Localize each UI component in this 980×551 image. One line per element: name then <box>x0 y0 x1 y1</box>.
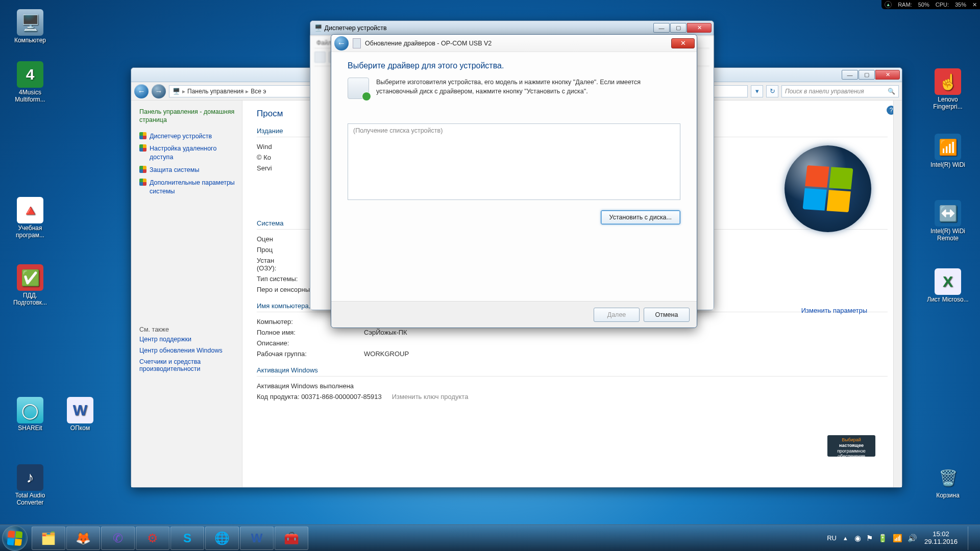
maximize-button[interactable]: ▢ <box>859 70 875 80</box>
desktop-icon-computer[interactable]: 🖥️ Компьютер <box>7 9 53 44</box>
tray-battery-icon[interactable]: 🔋 <box>878 534 888 543</box>
sidebar-item-remote[interactable]: Настройка удаленного доступа <box>139 143 237 163</box>
netid-row: Рабочая группа:WORKGROUP <box>257 348 888 359</box>
sidebar-item-system-protection[interactable]: Защита системы <box>139 164 237 176</box>
breadcrumb-dropdown-button[interactable]: ▾ <box>751 85 763 97</box>
tray-flag-icon[interactable]: ⚑ <box>866 534 873 543</box>
task-item-word[interactable]: W <box>240 527 274 550</box>
cpu-value: 35% <box>955 2 966 8</box>
nav-back-button[interactable]: ← <box>134 84 149 98</box>
netid-row: Полное имя:СэрЙожык-ПК <box>257 327 888 338</box>
shield-icon <box>139 144 146 152</box>
app-icon: ☝️ <box>935 68 961 95</box>
desktop-icon-opkom[interactable]: W ОПком <box>57 397 103 432</box>
desktop-icon-shareit[interactable]: ◯ SHAREit <box>7 397 53 432</box>
app-icon: 4 <box>17 61 43 88</box>
tray-icons: ◉ ⚑ 🔋 📶 🔊 <box>854 534 917 543</box>
desktop-icon-pdd-study[interactable]: 🔺 Учебная програм... <box>7 197 53 239</box>
cancel-button[interactable]: Отмена <box>644 308 690 322</box>
minimize-button[interactable]: — <box>842 70 858 80</box>
clock[interactable]: 15:02 29.11.2016 <box>924 531 958 545</box>
sidebar-home-link[interactable]: Панель управления - домашняя страница <box>139 108 237 124</box>
sidebar-link-perf[interactable]: Счетчики и средства производительности <box>139 357 237 374</box>
excel-doc-icon: X <box>935 268 961 295</box>
task-item-app[interactable]: ⚙ <box>136 527 169 550</box>
wizard-footer: Далее Отмена <box>331 301 697 328</box>
app-icon: ↔️ <box>935 200 961 227</box>
device-icon <box>353 38 361 48</box>
wizard-content: Выберите драйвер для этого устройства. В… <box>331 52 697 301</box>
taskbar: 🗂️ 🦊 ✆ ⚙ S 🌐 W 🧰 RU ▴ ◉ ⚑ 🔋 📶 🔊 15:02 29… <box>0 524 980 551</box>
app-icon: 📶 <box>935 134 961 160</box>
change-params-link[interactable]: Изменить параметры <box>792 307 867 314</box>
tray-network-icon[interactable]: 📶 <box>893 534 902 543</box>
maximize-button[interactable]: ▢ <box>670 23 687 33</box>
app-icon: ♪ <box>17 464 43 491</box>
shield-icon <box>139 166 146 173</box>
windows-logo <box>785 145 871 232</box>
task-items: 🗂️ 🦊 ✆ ⚙ S 🌐 W 🧰 <box>32 527 308 550</box>
search-input[interactable]: Поиск в панели управления 🔍 <box>781 85 899 97</box>
system-monitor-bar: ▲ RAM: 50% CPU: 35% ✕ <box>881 0 980 9</box>
desktop-icon-widi[interactable]: 📶 Intel(R) WiDi <box>925 134 971 168</box>
shield-icon <box>792 307 799 314</box>
task-item-skype[interactable]: S <box>170 527 204 550</box>
minimize-button[interactable]: — <box>653 23 670 33</box>
driver-update-wizard: ← Обновление драйверов - OP-COM USB V2 ✕… <box>331 34 697 328</box>
start-button[interactable] <box>2 525 28 551</box>
see-also-title: См. также <box>139 326 237 333</box>
wizard-back-button[interactable]: ← <box>334 36 349 51</box>
wizard-title: Обновление драйверов - OP-COM USB V2 <box>365 40 492 47</box>
tray-up-icon[interactable]: ▴ <box>844 534 847 542</box>
desktop-icon-excel-sheet[interactable]: X Лист Microso... <box>925 268 971 303</box>
sidebar-link-support[interactable]: Центр поддержки <box>139 334 237 344</box>
task-item-browser[interactable]: 🌐 <box>205 527 239 550</box>
language-indicator[interactable]: RU <box>827 534 837 542</box>
desktop-icon-widi-remote[interactable]: ↔️ Intel(R) WiDi Remote <box>925 200 971 242</box>
cp-sidebar: Панель управления - домашняя страница Ди… <box>131 101 242 487</box>
dm-titlebar[interactable]: 🖥️ Диспетчер устройств — ▢ ✕ <box>310 21 714 35</box>
desktop-icon-lenovo-fp[interactable]: ☝️ Lenovo Fingerpri... <box>925 68 971 110</box>
sidebar-item-device-manager[interactable]: Диспетчер устройств <box>139 131 237 142</box>
product-key-row: Код продукта: 00371-868-0000007-85913 Из… <box>257 391 888 402</box>
desktop-icon-pdd-prep[interactable]: ✅ ПДД. Подготовк... <box>7 264 53 306</box>
close-button[interactable]: ✕ <box>687 23 712 33</box>
sidebar-link-update[interactable]: Центр обновления Windows <box>139 345 237 356</box>
cpu-label: CPU: <box>936 2 949 8</box>
wizard-titlebar[interactable]: ← Обновление драйверов - OP-COM USB V2 ✕ <box>331 35 697 52</box>
app-icon: ◯ <box>17 397 43 423</box>
wizard-heading: Выберите драйвер для этого устройства. <box>348 61 680 70</box>
shield-icon <box>139 179 146 186</box>
tray-volume-icon[interactable]: 🔊 <box>908 534 917 543</box>
task-item-viber[interactable]: ✆ <box>101 527 135 550</box>
system-tray: RU ▴ ◉ ⚑ 🔋 📶 🔊 15:02 29.11.2016 <box>827 527 980 550</box>
task-item-explorer[interactable]: 🗂️ <box>32 527 65 550</box>
install-from-disk-button[interactable]: Установить с диска... <box>601 210 680 224</box>
monitor-close-icon[interactable]: ✕ <box>972 2 977 8</box>
change-key-link[interactable]: Изменить ключ продукта <box>392 393 469 400</box>
windows-flag-icon <box>7 531 23 546</box>
scrollbar[interactable] <box>893 101 902 487</box>
activation-status: Активация Windows выполнена <box>257 381 888 391</box>
ram-value: 50% <box>918 2 929 8</box>
breadcrumb-sub[interactable]: Все э <box>251 88 266 95</box>
desktop-icon-recycle-bin[interactable]: 🗑️ Корзина <box>925 464 971 499</box>
next-button[interactable]: Далее <box>594 308 640 322</box>
close-button[interactable]: ✕ <box>875 70 900 80</box>
desktop-icon-total-audio[interactable]: ♪ Total Audio Converter <box>7 464 53 506</box>
netid-row: Описание: <box>257 338 888 348</box>
refresh-button[interactable]: ↻ <box>766 85 778 97</box>
sidebar-item-advanced[interactable]: Дополнительные параметры системы <box>139 177 237 197</box>
show-desktop-button[interactable] <box>968 527 975 550</box>
breadcrumb-root[interactable]: Панель управления <box>187 88 243 95</box>
app-icon: 🔺 <box>17 197 43 223</box>
genuine-software-badge: Выбирай настоящее программное обеспечени… <box>827 435 875 457</box>
device-list[interactable]: (Получение списка устройств) <box>348 123 680 200</box>
desktop-icon-4musics[interactable]: 4 4Musics Multiform... <box>7 61 53 103</box>
task-item-toolbox[interactable]: 🧰 <box>275 527 308 550</box>
task-item-firefox[interactable]: 🦊 <box>66 527 100 550</box>
nav-forward-button[interactable]: → <box>152 84 166 98</box>
computer-icon: 🖥️ <box>17 9 43 36</box>
close-button[interactable]: ✕ <box>671 38 695 48</box>
tray-icon[interactable]: ◉ <box>854 534 861 543</box>
